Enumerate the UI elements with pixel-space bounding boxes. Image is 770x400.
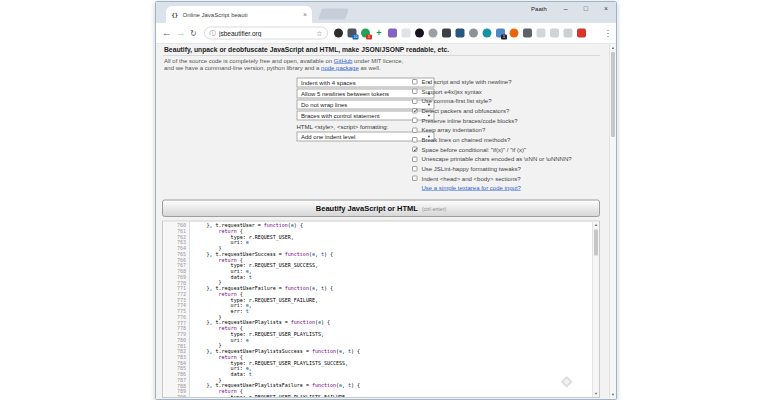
checkbox[interactable] xyxy=(412,176,418,182)
screenshot-icon[interactable] xyxy=(402,29,411,38)
checkbox-label: Preserve inline braces/code blocks? xyxy=(422,117,518,124)
scroll-up-icon[interactable]: ▲ xyxy=(593,223,599,228)
site-favicon-icon: {} xyxy=(171,11,179,19)
faded-app-icon[interactable] xyxy=(537,29,546,38)
checkbox-label: Support e4x/jsx syntax xyxy=(422,88,482,95)
browser-toolbar: ← → ↻ ⓘ jsbeautifier.org ☆ 101+1 ⋮ xyxy=(156,23,616,44)
select-value: Do not wrap lines xyxy=(301,101,347,108)
faded-share-icon[interactable] xyxy=(550,29,559,38)
checkbox-label: Unescape printable chars encoded as \xNN… xyxy=(422,156,572,163)
checkbox[interactable] xyxy=(412,89,418,95)
checkbox-row[interactable]: End script and style with newline? xyxy=(412,77,602,87)
checkbox[interactable] xyxy=(412,137,418,143)
cat-icon[interactable] xyxy=(415,29,424,38)
url-text[interactable]: jsbeautifier.org xyxy=(219,29,313,37)
checkbox-row[interactable]: Keep array indentation? xyxy=(412,125,602,135)
bookmark-star-icon[interactable]: ☆ xyxy=(316,29,322,37)
back-icon[interactable]: ← xyxy=(162,27,172,40)
tab-title: Online JavaScript beauti xyxy=(183,11,299,18)
checkbox-row[interactable]: Support e4x/jsx syntax xyxy=(412,87,602,97)
checkbox-row[interactable]: Unescape printable chars encoded as \xNN… xyxy=(412,154,602,164)
node-package-link[interactable]: node package xyxy=(321,65,359,72)
dark-app-icon[interactable] xyxy=(442,29,451,38)
checkbox[interactable] xyxy=(412,166,418,172)
page-scrollbar[interactable]: ▲ ▼ xyxy=(609,44,616,398)
blue-app-icon[interactable] xyxy=(456,29,465,38)
minimize-button[interactable]: – xyxy=(564,5,568,13)
page-scrollbar-thumb[interactable] xyxy=(611,52,615,137)
video-downloader-icon[interactable] xyxy=(577,29,586,38)
beautify-button[interactable]: Beautify JavaScript or HTML (ctrl-enter) xyxy=(162,200,600,218)
editor-scrollbar-thumb[interactable] xyxy=(594,230,598,256)
browser-menu-icon[interactable]: ⋮ xyxy=(604,28,613,39)
beautify-button-label: Beautify JavaScript or HTML xyxy=(316,204,418,213)
checkbox-row[interactable]: Indent <head> and <body> sections? xyxy=(412,173,602,183)
intro-line-1: All of the source code is completely fre… xyxy=(164,58,596,65)
checkbox[interactable] xyxy=(412,127,418,133)
orange-ball-icon[interactable] xyxy=(510,29,519,38)
code-lines: }, t.requestUser = function(e) { return … xyxy=(195,223,593,398)
new-tab-button[interactable] xyxy=(318,9,349,20)
line-numbers: 7607617627637647657667677687697707717727… xyxy=(163,222,190,398)
swirl-icon[interactable] xyxy=(483,29,492,38)
editor-scrollbar[interactable]: ▲ ▼ xyxy=(592,222,599,398)
forward-icon[interactable]: → xyxy=(176,27,186,40)
checkbox[interactable] xyxy=(412,156,418,162)
page-title: Beautify, unpack or deobfuscate JavaScri… xyxy=(164,46,596,54)
plus-icon[interactable]: + xyxy=(375,29,384,38)
page-scroll-down-icon[interactable]: ▼ xyxy=(610,393,616,398)
checkbox[interactable] xyxy=(412,118,418,124)
browser-tab[interactable]: {} Online JavaScript beauti × xyxy=(166,6,312,23)
select-value: Allow 5 newlines between tokens xyxy=(301,90,389,97)
flask-icon[interactable] xyxy=(388,29,397,38)
glyph: + xyxy=(376,29,381,38)
page-scroll-up-icon[interactable]: ▲ xyxy=(610,45,616,50)
github-link[interactable]: GitHub xyxy=(334,58,353,65)
faded-cursor-icon[interactable] xyxy=(564,29,573,38)
checkbox-row[interactable]: Preserve inline braces/code blocks? xyxy=(412,116,602,126)
checkbox[interactable]: ✓ xyxy=(412,108,418,114)
checkbox-label: Space before conditional: "if(x)" / "if … xyxy=(422,146,527,153)
tab-strip: {} Online JavaScript beauti × Paath – □ … xyxy=(156,2,616,23)
checkbox-column: End script and style with newline?Suppor… xyxy=(412,77,602,191)
browser-window: {} Online JavaScript beauti × Paath – □ … xyxy=(155,1,617,400)
checkbox[interactable] xyxy=(412,98,418,104)
page-info-icon[interactable]: ⓘ xyxy=(210,29,216,38)
tab-close-icon[interactable]: × xyxy=(303,11,307,18)
scroll-down-icon[interactable]: ▼ xyxy=(593,392,599,397)
beautify-button-hint: (ctrl-enter) xyxy=(422,205,446,211)
profile-name[interactable]: Paath xyxy=(531,5,547,12)
maximize-button[interactable]: □ xyxy=(584,5,588,13)
checkbox-row[interactable]: ✓Space before conditional: "if(x)" / "if… xyxy=(412,145,602,155)
checkbox-row[interactable]: ✓Detect packers and obfuscators? xyxy=(412,106,602,116)
checkbox-row[interactable]: Break lines on chained methods? xyxy=(412,135,602,145)
lightbulb-icon[interactable] xyxy=(429,29,438,38)
intro-line-2: and we have a command-line version, pyth… xyxy=(164,65,596,72)
heading-divider xyxy=(163,55,600,56)
select-value: Indent with 4 spaces xyxy=(301,79,356,86)
extension-icons: 101+1 xyxy=(334,27,586,40)
code-content[interactable]: }, t.requestUser = function(e) { return … xyxy=(190,222,592,398)
checkbox[interactable] xyxy=(412,79,418,85)
grammar-check-icon[interactable]: 1 xyxy=(361,29,370,38)
profile-badge-icon[interactable]: 1 xyxy=(496,29,505,38)
checkbox[interactable]: ✓ xyxy=(412,147,418,153)
record-ring-icon[interactable] xyxy=(334,29,343,38)
intro-text: as well. xyxy=(359,65,381,72)
close-button[interactable]: × xyxy=(604,5,608,13)
window-controls: Paath – □ × xyxy=(531,5,608,13)
checkbox-row[interactable]: Use JSLint-happy formatting tweaks? xyxy=(412,164,602,174)
gray-app-icon[interactable] xyxy=(523,29,532,38)
code-editor[interactable]: 7607617627637647657667677687697707717727… xyxy=(162,221,600,399)
stats-icon[interactable]: 10 xyxy=(348,29,357,38)
checkbox-label: Use comma-first list style? xyxy=(422,98,492,105)
select-value: Braces with control statement xyxy=(301,112,380,119)
textarea-mode-link[interactable]: Use a simple textarea for code input? xyxy=(422,184,603,191)
extension-badge: 1 xyxy=(366,35,372,40)
reload-icon[interactable]: ↻ xyxy=(190,27,197,40)
intro-text: and we have a command-line version, pyth… xyxy=(164,65,321,72)
intro-text: under MIT licence, xyxy=(352,58,403,65)
address-bar[interactable]: ⓘ jsbeautifier.org ☆ xyxy=(204,27,328,40)
microphone-icon[interactable] xyxy=(469,29,478,38)
checkbox-row[interactable]: Use comma-first list style? xyxy=(412,96,602,106)
